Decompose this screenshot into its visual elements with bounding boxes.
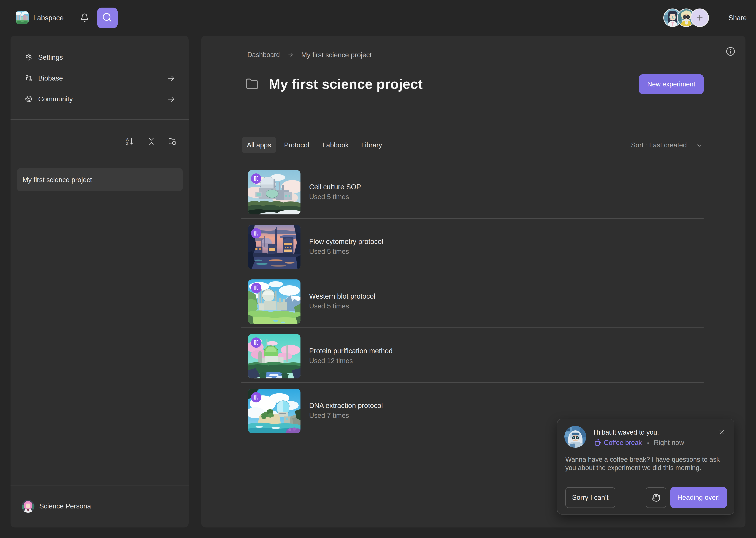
svg-text:A: A	[126, 137, 129, 141]
svg-text:Z: Z	[126, 141, 128, 145]
